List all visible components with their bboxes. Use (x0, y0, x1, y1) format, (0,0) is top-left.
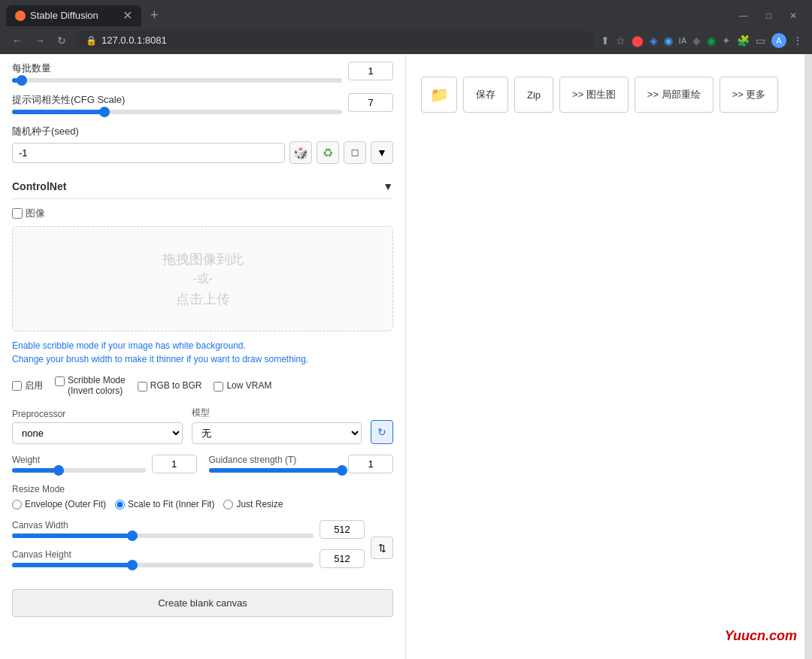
canvas-height-input[interactable] (320, 549, 365, 568)
batch-count-row: 每批数量 (12, 62, 393, 83)
resize-radio-just[interactable] (223, 500, 233, 509)
new-tab-button[interactable]: + (144, 5, 165, 26)
avatar-icon[interactable]: A (771, 33, 786, 48)
enable-checkbox[interactable] (12, 381, 22, 391)
share-icon[interactable]: ⬆ (601, 35, 610, 47)
extension-icon-red[interactable]: ⬤ (632, 35, 644, 47)
extension-icon-ia[interactable]: IA (679, 36, 686, 45)
img2img-button[interactable]: >> 图生图 (559, 77, 629, 113)
tab-close-button[interactable]: ✕ (123, 10, 132, 22)
canvas-row: Canvas Width (12, 520, 393, 579)
menu-icon[interactable]: ⋮ (792, 35, 803, 47)
guidance-slider-wrap: Guidance strength (T) (209, 455, 343, 473)
seed-input[interactable] (12, 143, 285, 163)
checkboxes-row: 启用 Scribble Mode(Invert colors) RGB to B… (12, 375, 393, 396)
cfg-scale-label: 提示词相关性(CFG Scale) (12, 93, 342, 107)
close-button[interactable]: ✕ (780, 8, 806, 24)
scribble-checkbox-label[interactable]: Scribble Mode(Invert colors) (55, 375, 126, 396)
preprocessor-select[interactable]: none (12, 422, 183, 444)
guidance-input[interactable] (348, 455, 393, 473)
scribble-checkbox[interactable] (55, 376, 65, 386)
url-text: 127.0.0.1:8081 (102, 35, 167, 46)
weight-slider-wrap: Weight (12, 455, 146, 473)
controlnet-header[interactable]: ControlNet ▼ (12, 174, 393, 199)
zip-button[interactable]: Zip (514, 77, 553, 113)
resize-option-envelope[interactable]: Envelope (Outer Fit) (12, 499, 106, 509)
minimize-button[interactable]: — (730, 8, 757, 24)
url-bar[interactable]: 🔒 127.0.0.1:8081 (75, 31, 595, 50)
right-panel: 📁 保存 Zip >> 图生图 >> 局部重绘 >> 更多 (406, 54, 804, 659)
resize-mode-section: Resize Mode Envelope (Outer Fit) Scale t… (12, 484, 393, 509)
seed-clear-button[interactable]: □ (344, 141, 366, 164)
controlnet-arrow-icon[interactable]: ▼ (383, 180, 393, 192)
controlnet-title: ControlNet (12, 180, 66, 192)
bookmark-icon[interactable]: ☆ (616, 35, 626, 47)
tab-bar: Stable Diffusion ✕ + — □ ✕ (0, 0, 812, 26)
cfg-scale-thumb (99, 107, 110, 117)
weight-track[interactable] (12, 468, 146, 473)
extension-icon-dark[interactable]: ◆ (692, 35, 701, 47)
save-button[interactable]: 保存 (463, 77, 508, 113)
resize-radio-envelope[interactable] (12, 500, 22, 509)
puzzle-icon[interactable]: 🧩 (737, 35, 750, 47)
cfg-scale-field: 提示词相关性(CFG Scale) (12, 93, 393, 114)
extension-icon-blue[interactable]: ◈ (650, 35, 658, 47)
seed-dropdown-button[interactable]: ▼ (371, 141, 393, 164)
extension-icon-gray[interactable]: ✦ (722, 35, 731, 47)
canvas-width-fill (12, 534, 132, 538)
cfg-scale-slider-wrap: 提示词相关性(CFG Scale) (12, 93, 342, 114)
seed-recycle-button[interactable]: ♻ (317, 141, 339, 164)
browser-window: Stable Diffusion ✕ + — □ ✕ ← → ↻ 🔒 127.0… (0, 0, 812, 659)
canvas-width-field: Canvas Width (12, 520, 365, 539)
folder-button[interactable]: 📁 (421, 77, 457, 113)
upload-text2: -或- (192, 271, 213, 287)
weight-section: Weight (12, 455, 197, 473)
rgb-checkbox[interactable] (138, 382, 147, 391)
resize-option-just[interactable]: Just Resize (223, 499, 283, 509)
upload-text3: 点击上传 (176, 290, 230, 308)
guidance-track[interactable] (209, 468, 343, 473)
cfg-scale-input[interactable] (348, 93, 393, 112)
canvas-height-row: Canvas Height (12, 549, 365, 568)
rgb-checkbox-label[interactable]: RGB to BGR (138, 380, 202, 391)
create-blank-canvas-button[interactable]: Create blank canvas (12, 589, 393, 617)
batch-count-thumb (17, 75, 27, 86)
resize-option-scale[interactable]: Scale to Fit (Inner Fit) (115, 499, 214, 509)
swap-dimensions-button[interactable]: ⇅ (371, 537, 393, 559)
batch-count-track[interactable] (12, 78, 342, 83)
weight-input[interactable] (152, 455, 197, 473)
reload-button[interactable]: ↻ (54, 32, 69, 50)
batch-count-input[interactable] (348, 62, 393, 80)
extension-icon-green[interactable]: ◉ (707, 35, 716, 47)
back-button[interactable]: ← (9, 32, 26, 50)
image-label-row: 图像 (12, 207, 393, 220)
refresh-button[interactable]: ↻ (371, 420, 393, 444)
resize-label-scale: Scale to Fit (Inner Fit) (128, 499, 214, 509)
preprocessor-label: Preprocessor (12, 409, 183, 419)
toolbar-icons: ⬆ ☆ ⬤ ◈ ◉ IA ◆ ◉ ✦ 🧩 ▭ A ⋮ (601, 33, 803, 48)
forward-button[interactable]: → (32, 32, 48, 50)
canvas-width-track[interactable] (12, 534, 314, 538)
low-vram-checkbox-label[interactable]: Low VRAM (214, 380, 271, 391)
scrollbar[interactable] (804, 54, 812, 659)
canvas-width-input[interactable] (320, 520, 365, 539)
screen-icon[interactable]: ▭ (756, 35, 765, 47)
image-checkbox[interactable] (12, 208, 23, 219)
model-select[interactable]: 无 (192, 422, 362, 444)
weight-fill (12, 468, 59, 473)
more-button[interactable]: >> 更多 (720, 77, 779, 113)
active-tab[interactable]: Stable Diffusion ✕ (6, 5, 141, 26)
resize-radio-group: Envelope (Outer Fit) Scale to Fit (Inner… (12, 499, 393, 509)
enable-checkbox-label[interactable]: 启用 (12, 379, 43, 392)
swap-icon: ⇅ (378, 543, 386, 554)
maximize-button[interactable]: □ (757, 8, 780, 24)
seed-label: 随机种子(seed) (12, 125, 393, 138)
canvas-height-track[interactable] (12, 563, 314, 567)
extension-icon-blue2[interactable]: ◉ (664, 35, 673, 47)
inpaint-button[interactable]: >> 局部重绘 (635, 77, 714, 113)
low-vram-checkbox[interactable] (214, 382, 223, 391)
upload-area[interactable]: 拖拽图像到此 -或- 点击上传 (12, 226, 393, 331)
resize-radio-scale[interactable] (115, 500, 125, 509)
seed-dice-button[interactable]: 🎲 (289, 141, 312, 164)
cfg-scale-track[interactable] (12, 110, 342, 114)
